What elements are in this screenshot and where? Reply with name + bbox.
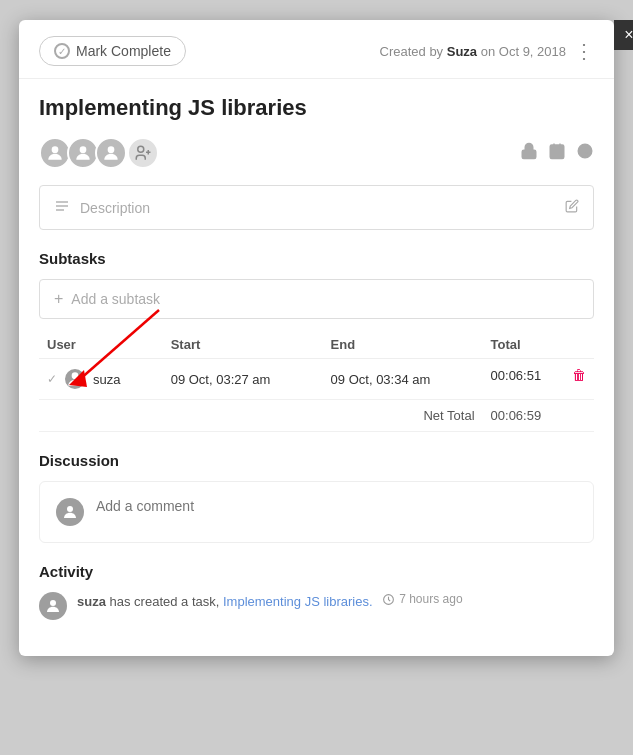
task-title: Implementing JS libraries — [39, 95, 594, 121]
add-subtask-label: Add a subtask — [71, 291, 160, 307]
net-total-value: 00:06:59 — [483, 400, 594, 432]
col-user: User — [39, 331, 163, 359]
user-cell: ✓ suza — [47, 367, 155, 391]
created-on-date: on Oct 9, 2018 — [481, 44, 566, 59]
plus-icon: + — [54, 290, 63, 308]
subtasks-title: Subtasks — [39, 250, 594, 267]
edit-icon[interactable] — [565, 199, 579, 216]
activity-time: 7 hours ago — [382, 592, 462, 606]
modal-overlay: × ✓ Mark Complete Created by Suza on Oct… — [0, 0, 633, 755]
discussion-section: Discussion — [39, 452, 594, 543]
delete-icon[interactable]: 🗑 — [572, 367, 586, 383]
check-icon: ✓ — [54, 43, 70, 59]
net-total-row: Net Total 00:06:59 — [39, 400, 594, 432]
activity-text: suza has created a task, Implementing JS… — [77, 592, 463, 609]
calendar-icon — [548, 142, 566, 164]
description-placeholder: Description — [80, 200, 150, 216]
header-meta: Created by Suza on Oct 9, 2018 ⋮ — [380, 41, 594, 61]
svg-rect-7 — [550, 145, 564, 159]
subtasks-section: Subtasks + Add a subtask User Start — [39, 250, 594, 432]
row-start: 09 Oct, 03:27 am — [163, 359, 323, 400]
more-options-button[interactable]: ⋮ — [574, 41, 594, 61]
svg-point-2 — [108, 146, 115, 153]
add-subtask-button[interactable]: + Add a subtask — [39, 279, 594, 319]
modal-body: Implementing JS libraries — [19, 79, 614, 656]
add-assignee-button[interactable] — [127, 137, 159, 169]
task-meta-icons — [520, 142, 594, 164]
mark-complete-button[interactable]: ✓ Mark Complete — [39, 36, 186, 66]
assignees-list — [39, 137, 159, 169]
net-total-label: Net Total — [423, 408, 474, 423]
subtask-table: User Start End Total ✓ — [39, 331, 594, 432]
activity-task-link[interactable]: Implementing JS libraries. — [223, 594, 373, 609]
activity-author: suza — [77, 594, 106, 609]
row-username: suza — [93, 372, 120, 387]
activity-section: Activity suza has created a task, Implem… — [39, 563, 594, 620]
svg-point-1 — [80, 146, 87, 153]
close-button[interactable]: × — [614, 20, 633, 50]
created-by-label: Created by Suza on Oct 9, 2018 — [380, 44, 566, 59]
table-row: ✓ suza 09 Oct, 03:27 am 09 Oct, 03:34 am — [39, 359, 594, 400]
clock-icon — [576, 142, 594, 164]
row-avatar — [63, 367, 87, 391]
row-check-icon: ✓ — [47, 372, 57, 386]
mark-complete-label: Mark Complete — [76, 43, 171, 59]
svg-point-0 — [52, 146, 59, 153]
activity-avatar — [39, 592, 67, 620]
col-total: Total — [483, 331, 594, 359]
row-total: 00:06:51 🗑 — [483, 359, 594, 391]
author-name: Suza — [447, 44, 477, 59]
comment-avatar — [56, 498, 84, 526]
svg-point-18 — [67, 506, 73, 512]
description-icon — [54, 198, 70, 217]
description-box[interactable]: Description — [39, 185, 594, 230]
assignees-row — [39, 137, 594, 169]
activity-description: has created a task, — [110, 594, 223, 609]
discussion-title: Discussion — [39, 452, 594, 469]
lock-icon — [520, 142, 538, 164]
col-start: Start — [163, 331, 323, 359]
row-end: 09 Oct, 03:34 am — [323, 359, 483, 400]
task-modal: × ✓ Mark Complete Created by Suza on Oct… — [19, 20, 614, 656]
time-icon — [382, 593, 395, 606]
avatar-3 — [95, 137, 127, 169]
svg-point-17 — [72, 372, 79, 379]
activity-title: Activity — [39, 563, 594, 580]
svg-point-3 — [138, 146, 144, 152]
svg-point-19 — [50, 600, 56, 606]
discussion-box — [39, 481, 594, 543]
svg-rect-6 — [522, 150, 536, 158]
activity-item: suza has created a task, Implementing JS… — [39, 592, 594, 620]
col-end: End — [323, 331, 483, 359]
modal-header: ✓ Mark Complete Created by Suza on Oct 9… — [19, 20, 614, 79]
comment-input[interactable] — [96, 498, 577, 514]
